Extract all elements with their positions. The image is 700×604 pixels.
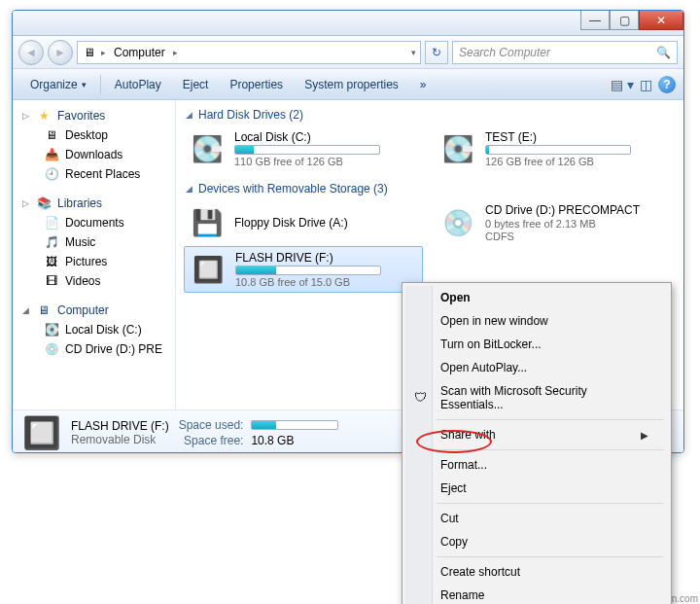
desktop-icon: 🖥: [44, 127, 59, 143]
chevron-icon: ▸: [101, 48, 106, 57]
view-button[interactable]: ▤ ▾: [611, 77, 634, 92]
section-hdd[interactable]: ◢Hard Disk Drives (2): [184, 104, 676, 125]
breadcrumb[interactable]: Computer: [110, 46, 169, 59]
ctx-autoplay[interactable]: Open AutoPlay...: [405, 356, 668, 379]
submenu-arrow-icon: ▶: [641, 430, 648, 441]
back-button[interactable]: ◄: [18, 40, 44, 65]
shield-icon: 🛡: [412, 390, 428, 406]
music-icon: 🎵: [44, 234, 59, 250]
cd-icon: 💿: [44, 341, 59, 357]
drive-cd-d[interactable]: 💿 CD Drive (D:) PRECOMPACT 0 bytes free …: [435, 199, 674, 246]
ctx-open-new-window[interactable]: Open in new window: [405, 309, 668, 333]
drive-icon: 💽: [188, 129, 227, 168]
videos-icon: 🎞: [44, 273, 59, 289]
maximize-button[interactable]: ▢: [610, 11, 639, 30]
nav-desktop[interactable]: 🖥Desktop: [13, 125, 175, 145]
drive-icon: 💽: [44, 322, 59, 338]
cd-icon: 💿: [438, 203, 477, 242]
library-icon: 📚: [36, 195, 52, 211]
minimize-button[interactable]: —: [580, 11, 610, 30]
drive-flash-f[interactable]: 🔲 FLASH DRIVE (F:) 10.8 GB free of 15.0 …: [184, 246, 423, 293]
refresh-button[interactable]: ↻: [425, 41, 448, 64]
context-menu: Open Open in new window Turn on BitLocke…: [402, 282, 672, 604]
ctx-rename[interactable]: Rename: [405, 584, 668, 604]
chevron-icon: ▸: [173, 48, 178, 57]
ctx-open[interactable]: Open: [405, 286, 668, 309]
ctx-share-with[interactable]: Share with▶: [405, 423, 668, 446]
search-icon: 🔍: [656, 46, 671, 59]
close-button[interactable]: ✕: [639, 11, 683, 30]
navbar: ◄ ► 🖥 ▸ Computer ▸ ▾ ↻ Search Computer 🔍: [13, 36, 683, 69]
address-bar[interactable]: 🖥 ▸ Computer ▸ ▾: [77, 41, 421, 64]
ctx-cut[interactable]: Cut: [405, 507, 668, 530]
pictures-icon: 🖼: [44, 254, 59, 269]
toolbar: Organize ▾ AutoPlay Eject Properties Sys…: [13, 69, 683, 100]
autoplay-button[interactable]: AutoPlay: [105, 74, 171, 95]
details-used-label: Space used:: [179, 418, 244, 432]
nav-favorites-header[interactable]: ▷★ Favorites: [13, 106, 175, 125]
help-button[interactable]: ?: [658, 76, 676, 93]
nav-pane: ▷★ Favorites 🖥Desktop 📥Downloads 🕘Recent…: [13, 100, 176, 409]
details-type: Removable Disk: [71, 433, 169, 446]
organize-button[interactable]: Organize ▾: [20, 74, 96, 95]
eject-button[interactable]: Eject: [173, 74, 219, 95]
forward-button[interactable]: ►: [48, 40, 73, 65]
ctx-format[interactable]: Format...: [405, 453, 668, 477]
nav-music[interactable]: 🎵Music: [13, 232, 175, 252]
ctx-create-shortcut[interactable]: Create shortcut: [405, 560, 668, 584]
preview-pane-button[interactable]: ◫: [640, 77, 652, 92]
drive-local-disk-c[interactable]: 💽 Local Disk (C:) 110 GB free of 126 GB: [184, 125, 423, 172]
floppy-icon: 💾: [188, 203, 227, 242]
nav-cd-drive-d[interactable]: 💿CD Drive (D:) PRE: [13, 339, 175, 359]
drive-icon: 💽: [438, 129, 477, 168]
more-button[interactable]: »: [410, 74, 437, 95]
details-name: FLASH DRIVE (F:): [71, 419, 169, 433]
dropdown-icon[interactable]: ▾: [411, 48, 416, 57]
usb-drive-icon: 🔲: [189, 250, 228, 289]
search-input[interactable]: Search Computer 🔍: [452, 41, 678, 64]
nav-downloads[interactable]: 📥Downloads: [13, 145, 175, 164]
nav-libraries-header[interactable]: ▷📚 Libraries: [13, 194, 175, 213]
ctx-eject[interactable]: Eject: [405, 477, 668, 500]
ctx-copy[interactable]: Copy: [405, 530, 668, 553]
nav-local-disk-c[interactable]: 💽Local Disk (C:): [13, 320, 175, 339]
details-free-value: 10.8 GB: [251, 434, 338, 447]
nav-recent[interactable]: 🕘Recent Places: [13, 164, 175, 184]
drive-test-e[interactable]: 💽 TEST (E:) 126 GB free of 126 GB: [435, 125, 674, 172]
ctx-bitlocker[interactable]: Turn on BitLocker...: [405, 333, 668, 356]
titlebar: — ▢ ✕: [13, 11, 683, 36]
star-icon: ★: [36, 108, 52, 124]
nav-computer-header[interactable]: ◢🖥 Computer: [17, 301, 171, 320]
nav-videos[interactable]: 🎞Videos: [13, 271, 175, 291]
details-free-label: Space free:: [179, 434, 244, 447]
drive-floppy-a[interactable]: 💾 Floppy Disk Drive (A:): [184, 199, 423, 246]
search-placeholder: Search Computer: [459, 46, 550, 59]
ctx-scan[interactable]: 🛡Scan with Microsoft Security Essentials…: [405, 379, 668, 416]
downloads-icon: 📥: [44, 147, 59, 162]
usb-drive-icon: 🔲: [22, 413, 61, 452]
documents-icon: 📄: [44, 215, 59, 231]
nav-documents[interactable]: 📄Documents: [13, 213, 175, 232]
section-removable[interactable]: ◢Devices with Removable Storage (3): [184, 178, 676, 199]
system-properties-button[interactable]: System properties: [295, 74, 408, 95]
details-used-bar: [251, 420, 338, 430]
nav-pictures[interactable]: 🖼Pictures: [13, 252, 175, 271]
computer-icon: 🖥: [82, 45, 97, 60]
recent-icon: 🕘: [44, 166, 59, 182]
computer-icon: 🖥: [36, 302, 52, 318]
properties-button[interactable]: Properties: [220, 74, 293, 95]
